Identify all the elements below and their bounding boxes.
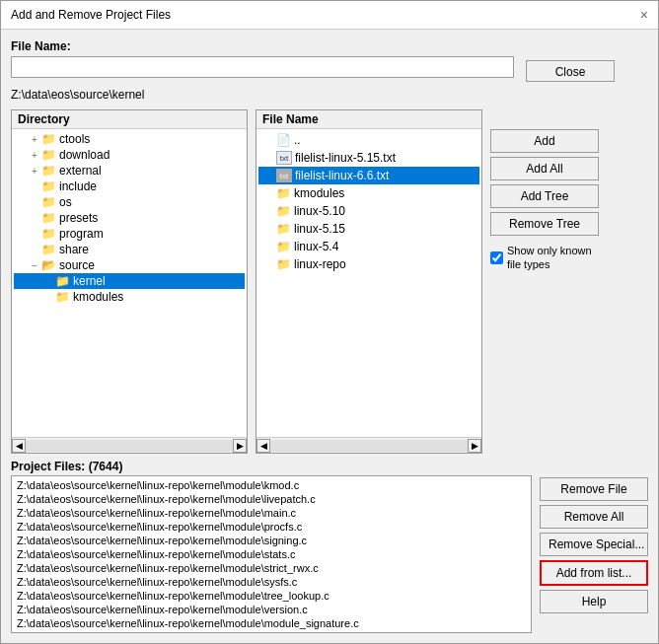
dir-item-ctools[interactable]: + 📁 ctools <box>14 131 245 147</box>
expand-source[interactable]: − <box>28 260 41 271</box>
dir-hscroll[interactable]: ◀ ▶ <box>12 437 247 453</box>
dir-item-download[interactable]: + 📁 download <box>14 147 245 163</box>
folder-icon-os: 📁 <box>41 195 56 209</box>
expand-kmodules-src <box>41 292 55 303</box>
project-file-item[interactable]: Z:\data\eos\source\kernel\linux-repo\ker… <box>14 616 529 630</box>
file-hscroll-right[interactable]: ▶ <box>468 439 481 453</box>
expand-share <box>28 245 41 255</box>
show-known-row: Show only knownfile types <box>490 244 599 272</box>
file-hscroll[interactable]: ◀ ▶ <box>256 437 481 453</box>
project-file-item[interactable]: Z:\data\eos\source\kernel\linux-repo\ker… <box>14 492 529 506</box>
project-file-item[interactable]: Z:\data\eos\source\kernel\linux-repo\ker… <box>14 630 529 633</box>
add-tree-button[interactable]: Add Tree <box>490 184 599 208</box>
project-files-header: Project Files: (7644) <box>11 460 532 473</box>
file-label-linux515: linux-5.15 <box>294 222 345 236</box>
help-button[interactable]: Help <box>540 590 648 613</box>
expand-program <box>28 229 41 240</box>
dir-label-external: external <box>59 164 102 178</box>
file-label-linuxrepo: linux-repo <box>294 257 346 271</box>
expand-download[interactable]: + <box>28 150 41 161</box>
project-file-item[interactable]: Z:\data\eos\source\kernel\linux-repo\ker… <box>14 506 529 520</box>
dir-item-include[interactable]: 📁 include <box>14 179 245 194</box>
folder-icon-program: 📁 <box>41 227 56 241</box>
file-list-panel-header: File Name <box>256 110 481 129</box>
remove-file-button[interactable]: Remove File <box>540 477 648 501</box>
file-item-filelist66[interactable]: txt filelist-linux-6.6.txt <box>258 167 479 184</box>
dialog: Add and Remove Project Files × File Name… <box>0 0 659 644</box>
title-bar: Add and Remove Project Files × <box>1 1 658 30</box>
file-item-filelist515[interactable]: txt filelist-linux-5.15.txt <box>258 149 479 167</box>
dir-item-source[interactable]: − 📂 source <box>14 257 245 273</box>
dir-item-os[interactable]: 📁 os <box>14 194 245 210</box>
project-file-item[interactable]: Z:\data\eos\source\kernel\linux-repo\ker… <box>14 575 529 589</box>
folder-icon-source: 📂 <box>41 258 56 272</box>
file-item-linuxrepo[interactable]: 📁 linux-repo <box>258 255 479 273</box>
add-all-button[interactable]: Add All <box>490 157 599 180</box>
folder-icon-kmodules-f: 📁 <box>276 186 291 200</box>
file-item-linux54[interactable]: 📁 linux-5.4 <box>258 238 479 255</box>
project-file-item[interactable]: Z:\data\eos\source\kernel\linux-repo\ker… <box>14 547 529 561</box>
remove-tree-button[interactable]: Remove Tree <box>490 212 599 236</box>
file-label-filelist515: filelist-linux-5.15.txt <box>295 151 396 165</box>
dir-label-presets: presets <box>59 211 98 225</box>
show-known-checkbox[interactable] <box>490 251 503 264</box>
file-list-panel: File Name 📄 .. txt filelist-linux-5.15.t… <box>256 109 482 454</box>
project-files-list[interactable]: Z:\data\eos\source\kernel\linux-repo\ker… <box>11 475 532 633</box>
expand-presets <box>28 213 41 224</box>
dir-item-share[interactable]: 📁 share <box>14 242 245 257</box>
folder-icon-presets: 📁 <box>41 211 56 225</box>
remove-all-button[interactable]: Remove All <box>540 505 648 529</box>
title-bar-close-button[interactable]: × <box>640 7 648 23</box>
space-linux510 <box>262 206 276 217</box>
dir-hscroll-right[interactable]: ▶ <box>233 439 247 453</box>
file-name-input[interactable] <box>11 56 514 78</box>
dir-label-source: source <box>59 258 95 272</box>
file-label-linux510: linux-5.10 <box>294 204 345 218</box>
file-item-linux510[interactable]: 📁 linux-5.10 <box>258 202 479 220</box>
project-file-item[interactable]: Z:\data\eos\source\kernel\linux-repo\ker… <box>14 520 529 534</box>
file-label-dotdot: .. <box>294 133 301 147</box>
folder-icon-share: 📁 <box>41 243 56 256</box>
dialog-title: Add and Remove Project Files <box>11 8 171 22</box>
right-button-group: Add Add All Add Tree Remove Tree Show on… <box>490 109 599 454</box>
dir-label-include: include <box>59 179 97 193</box>
folder-icon-external: 📁 <box>41 164 56 178</box>
folder-icon-linux515: 📁 <box>276 222 291 236</box>
dir-item-kernel[interactable]: 📁 kernel <box>14 273 245 289</box>
close-button[interactable]: Close <box>526 60 615 82</box>
dir-item-external[interactable]: + 📁 external <box>14 163 245 179</box>
file-item-kmodules-f[interactable]: 📁 kmodules <box>258 184 479 202</box>
space-linux54 <box>262 242 276 252</box>
txt-icon-66: txt <box>276 169 292 182</box>
space-filelist66 <box>262 171 276 181</box>
remove-special-button[interactable]: Remove Special... <box>540 533 648 556</box>
expand-external[interactable]: + <box>28 166 41 177</box>
add-from-list-button[interactable]: Add from list... <box>540 560 648 586</box>
file-item-linux515[interactable]: 📁 linux-5.15 <box>258 220 479 238</box>
add-button[interactable]: Add <box>490 129 599 153</box>
project-file-item[interactable]: Z:\data\eos\source\kernel\linux-repo\ker… <box>14 589 529 603</box>
bottom-button-group: Remove File Remove All Remove Special...… <box>540 460 648 633</box>
dir-item-presets[interactable]: 📁 presets <box>14 210 245 226</box>
project-file-item[interactable]: Z:\data\eos\source\kernel\linux-repo\ker… <box>14 603 529 616</box>
folder-icon-linux510: 📁 <box>276 204 291 218</box>
dir-item-program[interactable]: 📁 program <box>14 226 245 242</box>
expand-os <box>28 197 41 208</box>
file-item-dotdot[interactable]: 📄 .. <box>258 131 479 149</box>
directory-panel: Directory + 📁 ctools + 📁 download <box>11 109 248 454</box>
project-file-item[interactable]: Z:\data\eos\source\kernel\linux-repo\ker… <box>14 478 529 492</box>
dir-item-kmodules-src[interactable]: 📁 kmodules <box>14 289 245 305</box>
file-icon-dotdot: 📄 <box>276 133 291 147</box>
expand-kernel <box>41 276 55 287</box>
dir-label-kernel: kernel <box>73 274 106 288</box>
dir-hscroll-left[interactable]: ◀ <box>12 439 26 453</box>
expand-ctools[interactable]: + <box>28 134 41 145</box>
dir-label-download: download <box>59 148 110 162</box>
file-label-linux54: linux-5.4 <box>294 240 338 253</box>
space-filelist515 <box>262 153 276 164</box>
project-file-item[interactable]: Z:\data\eos\source\kernel\linux-repo\ker… <box>14 534 529 547</box>
directory-tree: + 📁 ctools + 📁 download + 📁 externa <box>12 129 247 437</box>
project-file-item[interactable]: Z:\data\eos\source\kernel\linux-repo\ker… <box>14 561 529 575</box>
file-list-body: 📄 .. txt filelist-linux-5.15.txt txt fil… <box>256 129 481 437</box>
file-hscroll-left[interactable]: ◀ <box>256 439 270 453</box>
